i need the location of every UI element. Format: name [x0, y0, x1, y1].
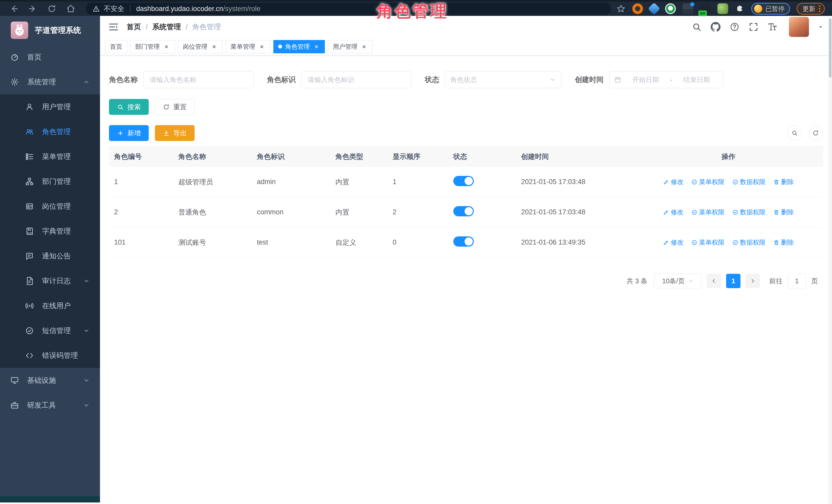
docs-help-icon[interactable] — [729, 22, 740, 32]
role-key-input[interactable] — [301, 71, 412, 88]
start-date-placeholder[interactable]: 开始日期 — [624, 75, 668, 84]
tab[interactable]: 菜单管理× — [226, 40, 270, 53]
scrollbar[interactable] — [828, 18, 832, 504]
green-extension-icon[interactable] — [718, 3, 728, 14]
font-size-icon[interactable] — [768, 22, 778, 32]
sidebar-item[interactable]: 研发工具 — [0, 393, 100, 418]
sidebar-item[interactable]: 审计日志 — [0, 268, 100, 293]
sidebar-item[interactable]: 在线用户 — [0, 293, 100, 318]
data-permission-action-link[interactable]: 数据权限 — [732, 178, 765, 186]
menu-permission-action-link[interactable]: 菜单权限 — [691, 178, 725, 186]
status-cell — [448, 197, 516, 227]
goto-page-input[interactable] — [788, 273, 806, 288]
next-page-button[interactable] — [746, 274, 760, 288]
page-number-active[interactable]: 1 — [726, 274, 740, 288]
role-type-cell: 内置 — [330, 199, 387, 226]
scrollbar-thumb[interactable] — [829, 19, 831, 77]
sidebar-item[interactable]: 错误码管理 — [0, 343, 100, 368]
caret-down-icon[interactable] — [817, 24, 824, 30]
menu-permission-action-link[interactable]: 菜单权限 — [691, 208, 725, 216]
update-button[interactable]: 更新 — [797, 3, 825, 15]
sidebar-item[interactable]: 通知公告 — [0, 243, 100, 268]
delete-action-link[interactable]: 删除 — [773, 238, 794, 247]
home-icon[interactable] — [66, 4, 75, 13]
gem-extension-icon[interactable] — [648, 3, 660, 15]
extensions-puzzle-icon[interactable] — [735, 4, 745, 14]
search-icon[interactable] — [692, 22, 702, 32]
sidebar-item[interactable]: 基础设施 — [0, 368, 100, 393]
close-icon[interactable]: × — [361, 43, 368, 50]
forward-icon[interactable] — [28, 4, 37, 13]
data-permission-action-link[interactable]: 数据权限 — [732, 208, 765, 216]
edit-action-link[interactable]: 修改 — [663, 208, 683, 216]
tab-label: 岗位管理 — [183, 43, 207, 51]
sidebar-item[interactable]: 角色管理 — [0, 119, 100, 144]
tab-label: 菜单管理 — [231, 43, 255, 51]
back-icon[interactable] — [9, 4, 19, 13]
end-date-placeholder[interactable]: 结束日期 — [675, 75, 719, 84]
delete-action-link[interactable]: 删除 — [773, 208, 794, 216]
role-id-cell: 1 — [109, 169, 173, 195]
status-select[interactable]: 角色状态 — [445, 71, 562, 88]
page-size-select[interactable]: 10条/页 — [654, 273, 702, 288]
search-button[interactable]: 搜索 — [109, 99, 149, 115]
tab[interactable]: 首页 — [105, 40, 127, 53]
script-manager-extension-icon[interactable]: on — [700, 3, 711, 14]
refresh-table-button[interactable] — [808, 126, 823, 140]
prev-page-button[interactable] — [707, 274, 721, 288]
hamburger-icon[interactable] — [108, 22, 119, 32]
edit-action-link[interactable]: 修改 — [663, 178, 683, 186]
url-text[interactable]: dashboard.yudao.iocoder.cn/system/role — [136, 5, 260, 13]
app-logo[interactable]: 芋道管理系统 — [0, 16, 100, 45]
github-icon[interactable] — [710, 22, 721, 32]
paused-extension-badge[interactable]: 已暂停 — [751, 3, 790, 15]
sidebar-item[interactable]: 首页 — [0, 45, 100, 70]
status-toggle[interactable] — [453, 206, 474, 216]
check-circle-icon — [732, 179, 738, 185]
sidebar-item[interactable]: 用户管理 — [0, 94, 100, 119]
proxy-extension-icon[interactable] — [665, 3, 676, 14]
breadcrumb-item[interactable]: 系统管理 — [152, 22, 181, 32]
bookmark-star-icon[interactable] — [616, 4, 626, 13]
address-bar[interactable]: 不安全 dashboard.yudao.iocoder.cn/system/ro… — [86, 3, 611, 15]
reload-icon[interactable] — [47, 4, 56, 13]
sidebar-item[interactable]: 部门管理 — [0, 169, 100, 194]
breadcrumb: 首页/系统管理/角色管理 — [127, 22, 221, 32]
breadcrumb-separator: / — [186, 23, 188, 31]
sidebar-item[interactable]: 岗位管理 — [0, 194, 100, 219]
data-permission-action-link[interactable]: 数据权限 — [732, 238, 765, 247]
edit-action-link[interactable]: 修改 — [663, 238, 683, 247]
export-button[interactable]: 导出 — [155, 125, 194, 141]
sidebar-item[interactable]: 菜单管理 — [0, 144, 100, 169]
sidebar-item[interactable]: 短信管理 — [0, 318, 100, 343]
tab[interactable]: 岗位管理× — [178, 40, 223, 53]
breadcrumb-item[interactable]: 首页 — [127, 22, 141, 32]
status-toggle[interactable] — [453, 176, 474, 186]
kebab-menu-icon[interactable] — [819, 5, 821, 12]
role-name-input[interactable] — [143, 71, 254, 88]
delete-action-link[interactable]: 删除 — [773, 178, 794, 186]
add-button[interactable]: 新增 — [109, 125, 149, 141]
logo-image — [11, 22, 28, 39]
orange-extension-icon[interactable] — [632, 3, 643, 14]
menu-permission-action-link[interactable]: 菜单权限 — [691, 238, 725, 247]
tab[interactable]: 用户管理× — [328, 40, 372, 53]
tab[interactable]: 角色管理× — [273, 40, 325, 53]
toggle-search-button[interactable] — [787, 126, 802, 140]
not-secure-warning-icon[interactable] — [92, 5, 100, 12]
sidebar-item[interactable]: 系统管理 — [0, 70, 100, 94]
close-icon[interactable]: × — [210, 43, 218, 50]
date-range-picker[interactable]: 开始日期 - 结束日期 — [609, 71, 723, 88]
tab[interactable]: 部门管理× — [130, 40, 175, 53]
sidebar-item[interactable]: 字典管理 — [0, 219, 100, 243]
grid-extension-icon[interactable] — [682, 3, 693, 14]
close-icon[interactable]: × — [313, 43, 320, 50]
user-avatar[interactable] — [789, 17, 809, 37]
status-toggle[interactable] — [453, 236, 474, 247]
fullscreen-icon[interactable] — [748, 22, 759, 32]
close-icon[interactable]: × — [163, 43, 170, 50]
security-label[interactable]: 不安全 — [104, 4, 124, 13]
check-circle-icon — [25, 326, 34, 335]
close-icon[interactable]: × — [258, 43, 265, 50]
reset-button[interactable]: 重置 — [155, 99, 194, 115]
